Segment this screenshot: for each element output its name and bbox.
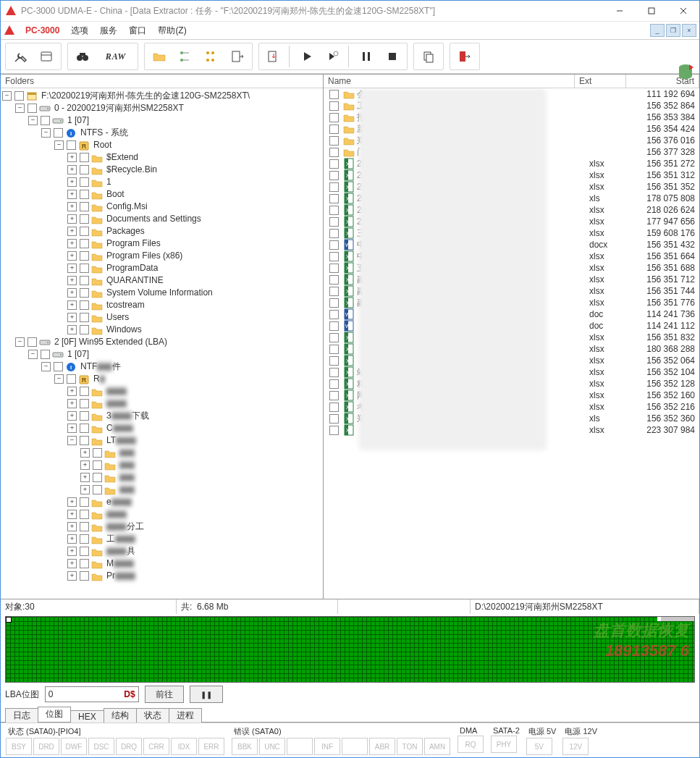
- menu-window[interactable]: 窗口: [123, 23, 152, 38]
- checkbox[interactable]: [80, 522, 89, 531]
- copy-button[interactable]: [416, 45, 441, 68]
- checkbox[interactable]: [329, 321, 339, 331]
- checkbox[interactable]: [28, 104, 37, 113]
- expand-toggle[interactable]: +: [67, 510, 77, 519]
- checkbox[interactable]: [67, 374, 76, 384]
- expand-toggle[interactable]: +: [67, 399, 77, 408]
- tree-row[interactable]: +Documents and Settings: [67, 213, 323, 225]
- tree-row[interactable]: +ProgramData: [67, 262, 323, 274]
- expand-toggle[interactable]: −: [15, 337, 25, 347]
- expand-toggle[interactable]: +: [67, 522, 77, 531]
- checkbox[interactable]: [54, 362, 63, 371]
- checkbox[interactable]: [329, 298, 339, 308]
- tree-row[interactable]: +▮▮▮: [80, 459, 323, 471]
- expand-toggle[interactable]: +: [67, 497, 77, 507]
- expand-toggle[interactable]: +: [67, 239, 77, 248]
- tree-row[interactable]: +Config.Msi: [67, 201, 323, 213]
- tree-row[interactable]: −RR▮: [54, 373, 323, 385]
- tab-2[interactable]: HEX: [70, 710, 104, 723]
- checkbox[interactable]: [329, 391, 339, 400]
- tree-row[interactable]: +QUARANTINE: [67, 274, 323, 287]
- expand-toggle[interactable]: +: [67, 276, 77, 285]
- folder-tree[interactable]: −F:\20200219河南郑州-陈先生的金速120G-SM2258XT\−0 …: [1, 88, 323, 599]
- checkbox[interactable]: [329, 264, 339, 273]
- checkbox[interactable]: [93, 485, 102, 494]
- expand-toggle[interactable]: +: [67, 251, 77, 261]
- expand-toggle[interactable]: +: [80, 473, 90, 482]
- checkbox[interactable]: [80, 214, 89, 224]
- checkbox[interactable]: [80, 239, 89, 248]
- expand-toggle[interactable]: −: [54, 374, 64, 384]
- checkbox[interactable]: [80, 510, 89, 519]
- maximize-button[interactable]: [636, 1, 667, 21]
- checkbox[interactable]: [80, 436, 89, 445]
- expand-toggle[interactable]: +: [67, 424, 77, 433]
- checkbox[interactable]: [329, 333, 339, 342]
- lba-bitmap[interactable]: [5, 616, 695, 683]
- checkbox[interactable]: [80, 534, 89, 544]
- expand-toggle[interactable]: +: [67, 264, 77, 273]
- checkbox[interactable]: [80, 177, 89, 187]
- tree-row[interactable]: −LT▮▮▮▮: [67, 434, 323, 447]
- task-button[interactable]: [34, 45, 59, 68]
- tree-row[interactable]: +工▮▮▮▮: [67, 533, 323, 545]
- checkbox[interactable]: [80, 497, 89, 507]
- checkbox[interactable]: [93, 473, 102, 482]
- checkbox[interactable]: [41, 350, 50, 359]
- tree-row[interactable]: +$Recycle.Bin: [67, 164, 323, 176]
- checkbox[interactable]: [28, 337, 37, 347]
- tree-row[interactable]: +3▮▮▮▮下载: [67, 410, 323, 422]
- minimize-button[interactable]: [604, 1, 636, 21]
- expand-toggle[interactable]: −: [28, 350, 38, 359]
- expand-toggle[interactable]: +: [80, 485, 90, 494]
- expand-toggle[interactable]: +: [67, 288, 77, 298]
- checkbox[interactable]: [80, 559, 89, 568]
- mdi-restore-button[interactable]: ❐: [666, 24, 680, 37]
- map-sectors-button[interactable]: [199, 45, 224, 68]
- expand-toggle[interactable]: −: [2, 91, 12, 101]
- tree-row[interactable]: +1: [67, 176, 323, 188]
- binoculars-button[interactable]: [70, 45, 95, 68]
- database-icon[interactable]: [676, 63, 695, 82]
- tree-row[interactable]: +Pr▮▮▮▮: [67, 570, 323, 582]
- tree-row[interactable]: +Boot: [67, 188, 323, 201]
- expand-toggle[interactable]: +: [67, 153, 77, 162]
- tree-row[interactable]: +▮▮▮: [80, 471, 323, 484]
- expand-toggle[interactable]: −: [54, 140, 64, 150]
- checkbox[interactable]: [80, 411, 89, 421]
- expand-toggle[interactable]: +: [67, 202, 77, 211]
- exit-button[interactable]: [452, 45, 477, 68]
- tree-row[interactable]: +System Volume Information: [67, 287, 323, 299]
- expand-toggle[interactable]: +: [67, 165, 77, 174]
- tree-row[interactable]: −0 - 20200219河南郑州SM2258XT: [15, 102, 323, 114]
- tree-row[interactable]: +$Extend: [67, 151, 323, 164]
- save-image-button[interactable]: [261, 45, 286, 68]
- expand-toggle[interactable]: +: [80, 460, 90, 470]
- tree-row[interactable]: +▮▮▮▮: [67, 385, 323, 397]
- checkbox[interactable]: [54, 128, 63, 138]
- checkbox[interactable]: [329, 403, 339, 412]
- checkbox[interactable]: [329, 171, 339, 180]
- expand-toggle[interactable]: +: [67, 325, 77, 334]
- tree-row[interactable]: +Program Files (x86): [67, 250, 323, 262]
- checkbox[interactable]: [67, 140, 76, 150]
- expand-toggle[interactable]: +: [67, 411, 77, 421]
- checkbox[interactable]: [329, 356, 339, 366]
- tree-row[interactable]: −1 [07]: [28, 348, 323, 361]
- checkbox[interactable]: [329, 136, 339, 146]
- menu-options[interactable]: 选项: [65, 23, 94, 38]
- raw-button[interactable]: RAW: [96, 45, 135, 68]
- checkbox[interactable]: [80, 227, 89, 236]
- tree-row[interactable]: −F:\20200219河南郑州-陈先生的金速120G-SM2258XT\: [2, 90, 323, 102]
- checkbox[interactable]: [329, 252, 339, 261]
- tab-3[interactable]: 结构: [104, 708, 137, 723]
- checkbox[interactable]: [329, 159, 339, 169]
- expand-toggle[interactable]: −: [67, 436, 77, 445]
- checkbox[interactable]: [329, 345, 339, 354]
- checkbox[interactable]: [329, 101, 339, 111]
- checkbox[interactable]: [329, 426, 339, 435]
- checkbox[interactable]: [80, 424, 89, 433]
- tree-row[interactable]: +▮▮▮: [80, 484, 323, 496]
- checkbox[interactable]: [329, 310, 339, 319]
- expand-toggle[interactable]: +: [80, 448, 90, 458]
